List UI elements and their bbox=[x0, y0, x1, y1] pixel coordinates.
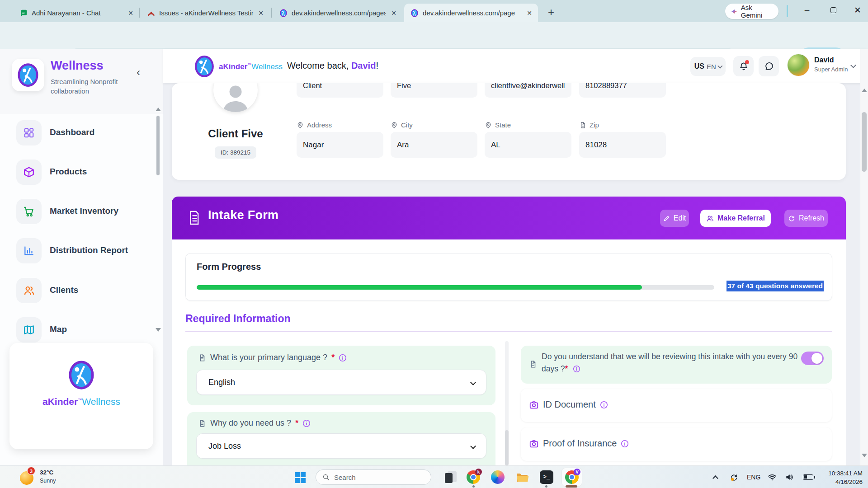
tab-close-icon[interactable]: ✕ bbox=[257, 9, 265, 17]
sidebar-scrollbar[interactable] bbox=[156, 108, 160, 392]
tray-time: 10:38:41 AM bbox=[828, 469, 863, 478]
messages-button[interactable] bbox=[759, 56, 779, 76]
battery-icon[interactable] bbox=[803, 466, 813, 488]
review-toggle[interactable] bbox=[801, 352, 824, 365]
browser-tab-active[interactable]: dev.akinderwellness.com/page ✕ bbox=[404, 4, 538, 22]
form-panel-scrollbar[interactable] bbox=[505, 341, 509, 465]
folder-icon bbox=[515, 470, 529, 484]
sidebar-item-label: Clients bbox=[50, 285, 78, 295]
sidebar-item-label: Market Inventory bbox=[50, 206, 118, 216]
sidebar-item-market-inventory[interactable]: Market Inventory bbox=[0, 199, 163, 224]
city-value-field[interactable]: Ara bbox=[391, 132, 477, 158]
locale-selector[interactable]: US EN bbox=[690, 57, 726, 76]
id-document-upload-card[interactable]: ID Document bbox=[521, 389, 832, 422]
tab-separator bbox=[271, 8, 272, 18]
browser-toolbar: ← → ↻ dev.akinderwellness.com/pages/clie… bbox=[0, 22, 868, 49]
tab-close-icon[interactable]: ✕ bbox=[390, 9, 398, 17]
client-phone-field[interactable]: 8102889377 bbox=[579, 83, 666, 98]
scroll-down-icon[interactable] bbox=[156, 328, 161, 332]
location-pin-icon bbox=[391, 122, 398, 129]
refresh-button[interactable]: Refresh bbox=[784, 210, 828, 227]
tray-expand-button[interactable] bbox=[713, 466, 717, 488]
client-name: Client Five bbox=[172, 127, 299, 140]
make-referral-button[interactable]: Make Referral bbox=[700, 210, 771, 227]
taskbar-app-file-explorer[interactable] bbox=[515, 470, 529, 484]
user-avatar[interactable] bbox=[788, 54, 809, 76]
taskbar-search[interactable]: Search bbox=[316, 469, 431, 485]
terminal-icon: >_ bbox=[540, 470, 553, 484]
proof-of-insurance-upload-card[interactable]: Proof of Insurance bbox=[521, 427, 832, 461]
primary-language-select[interactable]: English bbox=[196, 370, 486, 395]
toggle-knob bbox=[811, 353, 822, 364]
info-icon[interactable] bbox=[621, 440, 629, 448]
form-panel-scrollbar-thumb[interactable] bbox=[505, 430, 509, 465]
camera-icon bbox=[529, 400, 539, 410]
page-scrollbar[interactable] bbox=[860, 49, 868, 465]
browser-tab-issues[interactable]: Issues - aKinderWellness Testing ✕ bbox=[141, 4, 269, 22]
sidebar-scrollbar-thumb[interactable] bbox=[156, 116, 160, 175]
tray-language[interactable]: ENG bbox=[747, 466, 760, 488]
taskbar-app-copilot[interactable] bbox=[491, 470, 505, 484]
client-last-name-field[interactable]: Five bbox=[391, 83, 477, 98]
question-primary-language-card: What is your primary language ?* English bbox=[187, 346, 495, 405]
taskbar-app-chrome-v-active[interactable]: V bbox=[565, 470, 579, 484]
minimize-button[interactable]: – bbox=[797, 0, 817, 20]
scroll-up-icon[interactable] bbox=[862, 89, 867, 92]
taskbar-app-chrome-k[interactable]: k bbox=[467, 470, 480, 484]
close-button[interactable]: ✕ bbox=[847, 0, 868, 20]
client-email-field[interactable]: clientfive@akinderwell bbox=[485, 83, 571, 98]
page-scrollbar-thumb[interactable] bbox=[862, 112, 867, 172]
taskbar-app-terminal[interactable]: >_ bbox=[540, 470, 553, 484]
sidebar-item-clients[interactable]: Clients bbox=[0, 278, 163, 303]
maximize-button[interactable] bbox=[823, 0, 844, 20]
state-value-field[interactable]: AL bbox=[485, 132, 571, 158]
address-value-field[interactable]: Nagar bbox=[297, 132, 383, 158]
sidebar-item-products[interactable]: Products bbox=[0, 160, 163, 185]
divider bbox=[787, 5, 788, 17]
sidebar-item-label: Dashboard bbox=[50, 127, 94, 137]
sidebar-item-map[interactable]: Map bbox=[0, 317, 163, 343]
info-icon[interactable] bbox=[339, 354, 347, 362]
tab-title: Adhi Narayanan - Chat bbox=[32, 9, 123, 17]
tab-close-icon[interactable]: ✕ bbox=[525, 9, 533, 17]
taskbar-app-photos[interactable] bbox=[444, 470, 458, 484]
chevron-down-icon bbox=[470, 443, 476, 449]
start-button[interactable] bbox=[295, 472, 306, 483]
clients-icon bbox=[16, 278, 42, 303]
scroll-down-icon[interactable] bbox=[862, 454, 867, 457]
browser-tab-chat[interactable]: Adhi Narayanan - Chat ✕ bbox=[14, 4, 139, 22]
header-wordmark: aKinder™Wellness bbox=[219, 62, 283, 71]
header-logo-icon bbox=[194, 55, 215, 78]
sidebar-item-dashboard[interactable]: Dashboard bbox=[0, 120, 163, 145]
akinderwellness-logo-icon bbox=[67, 360, 95, 390]
photos-icon bbox=[445, 473, 453, 483]
camera-icon bbox=[529, 439, 539, 449]
new-tab-button[interactable]: + bbox=[548, 6, 554, 19]
sidebar-collapse-button[interactable]: ‹ bbox=[137, 66, 140, 79]
volume-icon[interactable] bbox=[785, 466, 794, 488]
scroll-up-icon[interactable] bbox=[156, 108, 161, 111]
wifi-icon[interactable] bbox=[768, 466, 777, 488]
user-menu-chevron-icon[interactable] bbox=[850, 62, 856, 68]
tray-sync-icon[interactable] bbox=[730, 466, 738, 488]
zip-value-field[interactable]: 81028 bbox=[579, 132, 666, 158]
edit-button[interactable]: Edit bbox=[660, 210, 689, 227]
ask-gemini-button[interactable]: Ask Gemini bbox=[725, 4, 778, 19]
location-pin-icon bbox=[297, 122, 304, 129]
sidebar-item-distribution-report[interactable]: Distribution Report bbox=[0, 238, 163, 263]
tab-close-icon[interactable]: ✕ bbox=[127, 9, 135, 17]
browser-tab-akw-pages[interactable]: dev.akinderwellness.com/pages ✕ bbox=[273, 4, 402, 22]
id-document-label: ID Document bbox=[529, 399, 608, 410]
info-icon[interactable] bbox=[600, 401, 608, 409]
required-asterisk: * bbox=[295, 418, 298, 428]
notifications-button[interactable] bbox=[733, 56, 754, 76]
info-icon[interactable] bbox=[573, 365, 580, 373]
why-need-select[interactable]: Job Loss bbox=[196, 433, 486, 459]
taskbar-clock[interactable]: 10:38:41 AM 4/16/2026 bbox=[828, 469, 863, 486]
issues-favicon-icon bbox=[147, 9, 155, 17]
intake-form-body: Form Progress 37 of 43 questions answere… bbox=[172, 239, 846, 465]
profile-badge: k bbox=[475, 469, 482, 475]
info-icon[interactable] bbox=[302, 419, 311, 427]
client-first-name-field[interactable]: Client bbox=[297, 83, 383, 98]
dashboard-icon bbox=[16, 120, 42, 145]
